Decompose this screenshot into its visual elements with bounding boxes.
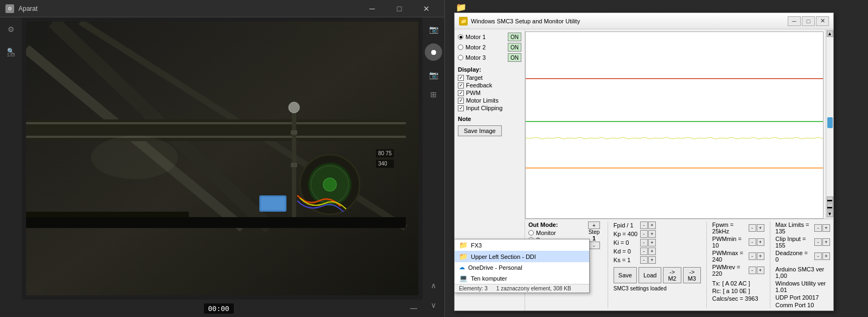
camera2-icon[interactable]: 📷 (426, 67, 441, 83)
ki-plus-btn[interactable]: + (648, 239, 656, 246)
maximize-button[interactable]: □ (387, 0, 412, 17)
motor2-on-btn[interactable]: ON (508, 43, 521, 52)
deadzone-plus-btn[interactable]: + (822, 252, 830, 260)
smc3-close-btn[interactable]: ✕ (816, 16, 829, 26)
scroll-down-btn2[interactable]: ▬ (827, 204, 833, 210)
minus-icon[interactable]: ─ (410, 303, 417, 314)
step-down-button[interactable]: - (588, 242, 600, 249)
photo-icon[interactable]: 📷 (426, 22, 441, 37)
save-button[interactable]: Save (614, 267, 637, 283)
fpid-minus-btn[interactable]: - (640, 221, 648, 229)
kp-label: Kp = 400 (614, 231, 638, 237)
scroll-down-btn1[interactable]: ▬ (827, 196, 833, 203)
pwmmin-minus-btn[interactable]: - (749, 238, 756, 246)
folder-upperleft-icon: 📁 (459, 252, 468, 261)
ks-btns: - + (640, 256, 656, 264)
pwmmax-plus-btn[interactable]: + (757, 252, 764, 260)
save-image-button[interactable]: Save Image (458, 125, 502, 136)
deadzone-minus-btn[interactable]: - (814, 252, 822, 260)
file-item-pc[interactable]: 💻 Ten komputer (455, 272, 589, 284)
minimize-button[interactable]: ─ (360, 0, 385, 17)
limits-column: Max Limits = 135 - + Clip Input = 155 - … (775, 221, 830, 308)
pwmrev-btns: - + (749, 267, 764, 274)
position-display: 80 75 (376, 149, 394, 157)
step-up-button[interactable]: + (588, 221, 600, 229)
pwm-checkbox[interactable]: ✓ (458, 90, 464, 96)
clipinput-plus-btn[interactable]: + (822, 238, 830, 246)
close-button[interactable]: ✕ (414, 0, 439, 17)
maxlimits-plus-btn[interactable]: + (822, 224, 830, 232)
inputclipping-checkbox[interactable]: ✓ (458, 105, 464, 111)
m3-button[interactable]: -> M3 (683, 267, 701, 283)
pwmmin-btns: - + (749, 238, 764, 246)
motorlimits-checkbox[interactable]: ✓ (458, 98, 464, 104)
ks-minus-btn[interactable]: - (640, 256, 648, 264)
chevron-down-icon[interactable]: ∨ (426, 297, 441, 313)
ki-minus-btn[interactable]: - (640, 239, 648, 246)
monitor-radio[interactable] (528, 230, 534, 236)
fpid-btns: - + (640, 221, 656, 229)
svg-rect-20 (526, 32, 823, 218)
aparat-icon: ⚙ (5, 4, 14, 13)
grid-icon[interactable]: ⊞ (426, 87, 441, 102)
settings-icon: ⚙ (8, 6, 12, 11)
folder-icon: 📁 (456, 2, 467, 12)
inputclipping-label: Input Clipping (466, 105, 502, 111)
scroll-down-btn3[interactable]: ▼ (827, 211, 833, 217)
file-item-onedrive[interactable]: ☁ OneDrive - Personal (455, 262, 589, 272)
smc3-minimize-btn[interactable]: ─ (788, 16, 801, 26)
fpid-label: Fpid / 1 (614, 222, 638, 229)
status-loaded: SMC3 settings loaded (614, 286, 701, 291)
video-area: 80 75 340 (26, 22, 418, 295)
motor3-label: Motor 3 (465, 54, 506, 61)
svg-point-14 (289, 102, 299, 113)
pwmmin-plus-btn[interactable]: + (757, 238, 764, 246)
motor1-on-btn[interactable]: ON (508, 33, 521, 41)
scroll-thumb[interactable] (827, 117, 833, 128)
svg-rect-18 (26, 217, 406, 228)
pwmmax-label: PWMmax = 240 (712, 250, 746, 263)
target-checkbox[interactable]: ✓ (458, 75, 464, 81)
kd-minus-btn[interactable]: - (640, 248, 648, 255)
smc3-title: Windows SMC3 Setup and Monitor Utility (471, 18, 784, 24)
maxlimits-minus-btn[interactable]: - (814, 224, 822, 232)
motor1-radio[interactable] (458, 34, 463, 40)
record-button[interactable]: ⏺ (425, 43, 442, 61)
settings-sidebar-icon[interactable]: ⚙ (4, 23, 17, 36)
pwmrev-minus-btn[interactable]: - (749, 267, 756, 274)
step-value-display: 1 (592, 235, 596, 242)
chart-area (525, 31, 824, 219)
clipinput-minus-btn[interactable]: - (814, 238, 822, 246)
chevron-up-icon[interactable]: ∧ (426, 278, 441, 293)
pwmrev-plus-btn[interactable]: + (757, 267, 764, 274)
file-item-upper-left[interactable]: 📁 Upper Left Section - DDI (455, 251, 589, 262)
clipinput-label: Clip Input = 155 (775, 236, 812, 249)
load-button[interactable]: Load (639, 267, 661, 283)
motor3-on-btn[interactable]: ON (508, 53, 521, 62)
motor1-row: Motor 1 ON (458, 33, 521, 41)
feedback-checkbox[interactable]: ✓ (458, 83, 464, 88)
smc3-maximize-btn[interactable]: □ (802, 16, 815, 26)
ks-plus-btn[interactable]: + (648, 256, 656, 264)
kd-plus-btn[interactable]: + (648, 248, 656, 255)
motor2-radio[interactable] (458, 45, 463, 50)
pwmrev-row: PWMrev = 220 - + (712, 264, 764, 277)
fpid-plus-btn[interactable]: + (648, 221, 656, 229)
file-item-fx3[interactable]: 📁 FX3 (455, 239, 589, 251)
motor3-radio[interactable] (458, 55, 463, 60)
zoom-label: 133 (7, 52, 15, 58)
target-checkbox-row: ✓ Target (458, 74, 521, 81)
m2-button[interactable]: -> M2 (663, 267, 681, 283)
file-explorer: 📁 FX3 📁 Upper Left Section - DDI ☁ OneDr… (454, 239, 590, 293)
fpwm-plus-btn[interactable]: + (757, 224, 764, 232)
pwm-label: PWM (466, 90, 481, 96)
save-load-row: Save Load -> M2 -> M3 (614, 267, 701, 283)
kp-plus-btn[interactable]: + (648, 230, 656, 238)
svg-point-19 (91, 136, 178, 179)
kp-minus-btn[interactable]: - (640, 230, 648, 238)
scroll-up-btn[interactable]: ▲ (827, 30, 833, 37)
svg-rect-5 (26, 122, 406, 124)
fpwm-minus-btn[interactable]: - (749, 224, 756, 232)
motor3-row: Motor 3 ON (458, 53, 521, 62)
pwmmax-minus-btn[interactable]: - (749, 252, 756, 260)
